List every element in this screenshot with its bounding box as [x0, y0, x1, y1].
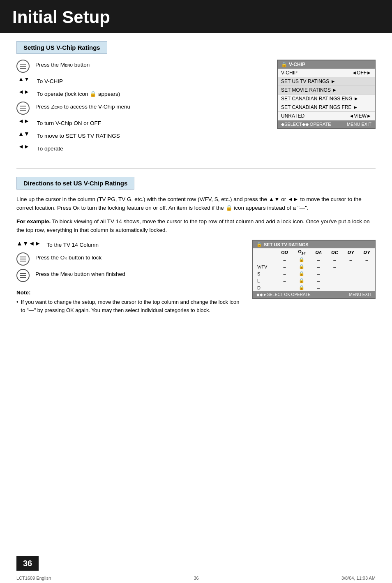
instr-row-7: ◄► To operate: [16, 143, 265, 153]
menu-item-canadian-fre-label: SET CANADIAN RATINGS FRE ►: [281, 104, 358, 110]
zero-button-icon: [16, 102, 30, 115]
instr-text-4: Press Zero to access the V-Chip menu: [35, 102, 130, 111]
menu-item-canadian-eng-label: SET CANADIAN RATINGS ENG ►: [281, 96, 359, 102]
col-header-empty: [253, 248, 276, 256]
cell-r5c1: [276, 284, 293, 291]
col-header-ωy: ΩY: [359, 248, 375, 256]
instr-row-2: ▲▼ To V-CHIP: [16, 76, 265, 86]
cell-r3c3: –: [311, 270, 327, 277]
cell-r1c2: 🔒: [293, 256, 311, 263]
menu-header-label: V-CHIP: [289, 62, 305, 67]
menu-footer: ◆SELECT◆◆ OPERATE MENU EXIT: [278, 120, 375, 128]
note-section: Note: If you want to change the setup, m…: [16, 289, 240, 314]
ratings-footer: ◆◆►SELECT OK OPERATE MENU EXIT: [253, 291, 375, 298]
section2-title: Directions to set US V-Chip Ratings: [16, 177, 134, 190]
menu-button-icon: [16, 60, 30, 73]
cell-r5c6: [359, 284, 375, 291]
page-header: Initial Setup: [0, 0, 392, 33]
section1-title: Setting US V-Chip Ratings: [16, 41, 107, 54]
footer-center: 36: [194, 576, 198, 581]
cell-r2c5: [343, 263, 359, 270]
ud-arrows-icon: ▲▼: [16, 76, 31, 82]
ok-button-icon: [16, 252, 30, 266]
ratings-row-d: D 🔒 –: [253, 284, 375, 291]
vchip-menu-box: 🔒 V-CHIP V-CHIP ◄OFF► SET US TV RATINGS …: [277, 60, 376, 156]
section2: Directions to set US V-Chip Ratings Line…: [16, 177, 376, 314]
page-title: Initial Setup: [12, 7, 380, 27]
cell-r5c3: –: [311, 284, 327, 291]
footer-right: 3/8/04, 11:03 AM: [341, 576, 376, 581]
b-instr-text-1: To the TV 14 Column: [46, 240, 99, 249]
tv-ratings-box: 🔒 SET US TV RATINGS ΩΩ Ω14 ΩΛ ΩC ΩY: [252, 240, 376, 299]
cell-r5c2: 🔒: [293, 284, 311, 291]
cell-r5c4: [327, 284, 343, 291]
cell-r4c6: [359, 277, 375, 284]
instr-row-3: ◄► To operate (lock icon 🔒 appears): [16, 89, 265, 98]
menu-item-movie: SET MOVIE RATINGS ►: [278, 86, 375, 95]
menu-footer-right: MENU EXIT: [347, 122, 371, 127]
menu-button-icon-2: [16, 269, 30, 282]
cell-r2c6: [359, 263, 375, 270]
menu-item-us-tv-label: SET US TV RATINGS ►: [281, 79, 336, 84]
lock-icon-ratings: 🔒: [256, 242, 262, 247]
cell-r4c2: 🔒: [293, 277, 311, 284]
col-header-ωg: ΩC: [327, 248, 343, 256]
menu-footer-left: ◆SELECT◆◆ OPERATE: [281, 122, 331, 127]
row-label-d: D: [253, 284, 276, 291]
col-header-ωω: ΩΩ: [276, 248, 293, 256]
instr-text-7: To operate: [37, 143, 63, 153]
cell-r4c4: [327, 277, 343, 284]
for-example-label: For example.: [16, 218, 51, 224]
lr-arrows-icon-3: ◄►: [16, 143, 31, 149]
footer-left: LCT1609 English: [16, 576, 51, 581]
ratings-row-s: S – 🔒 –: [253, 270, 375, 277]
page-number: 36: [16, 556, 39, 571]
ratings-row-blank: – 🔒 – – – –: [253, 256, 375, 263]
ud-arrows-icon-2: ▲▼: [16, 131, 31, 136]
lock-icon-header: 🔒: [281, 62, 287, 67]
cell-r3c2: 🔒: [293, 270, 311, 277]
cell-r1c1: –: [276, 256, 293, 263]
instr-text-1: Press the Menu button: [35, 60, 90, 69]
cell-r2c1: –: [276, 263, 293, 270]
cell-r1c5: –: [343, 256, 359, 263]
menu-item-vchip-label: V-CHIP: [281, 70, 297, 76]
col-header-ωpg: ΩΛ: [311, 248, 327, 256]
menu-item-canadian-eng: SET CANADIAN RATINGS ENG ►: [278, 95, 375, 103]
menu-item-vchip-value: ◄OFF►: [352, 70, 371, 76]
menu-item-unrated-value: ◄VIEW►: [349, 113, 371, 119]
section-divider: [16, 168, 376, 169]
lr-arrows-icon-1: ◄►: [16, 89, 31, 95]
row-label-l: L: [253, 277, 276, 284]
ratings-row-l: L – 🔒 –: [253, 277, 375, 284]
cell-r1c4: –: [327, 256, 343, 263]
section1: Setting US V-Chip Ratings Press the Menu…: [16, 41, 376, 156]
col-header-ω14: Ω14: [293, 248, 311, 256]
b-instr-row-2: Press the Ok button to lock: [16, 252, 240, 266]
cell-r1c6: –: [359, 256, 375, 263]
all-arrows-icon: ▲▼◄►: [16, 240, 41, 247]
row-label-s: S: [253, 270, 276, 277]
ratings-footer-left: ◆◆►SELECT OK OPERATE: [256, 292, 311, 297]
ratings-table: ΩΩ Ω14 ΩΛ ΩC ΩY ΩY –: [253, 248, 375, 291]
b-instr-text-3: Press the Menu button when finished: [35, 269, 125, 278]
cell-r4c1: –: [276, 277, 293, 284]
row-label-blank: [253, 256, 276, 263]
instr-row-1: Press the Menu button: [16, 60, 265, 73]
cell-r1c3: –: [311, 256, 327, 263]
instr-row-6: ▲▼ To move to SET US TV RATINGS: [16, 131, 265, 140]
directions-para1: Line up the cursor in the column (TV PG,…: [16, 195, 376, 213]
ratings-row-vfv: V/FV – 🔒 – –: [253, 263, 375, 270]
note-title: Note:: [16, 289, 240, 296]
directions-para2: For example. To block viewing of all TV …: [16, 217, 376, 235]
cell-r3c4: [327, 270, 343, 277]
cell-r2c3: –: [311, 263, 327, 270]
b-instr-row-3: Press the Menu button when finished: [16, 269, 240, 282]
b-instr-row-1: ▲▼◄► To the TV 14 Column: [16, 240, 240, 249]
menu-item-us-tv: SET US TV RATINGS ►: [278, 77, 375, 86]
ratings-box-header: 🔒 SET US TV RATINGS: [253, 241, 375, 248]
cell-r4c3: –: [311, 277, 327, 284]
instr-text-2: To V-CHIP: [37, 76, 63, 86]
col-header-ωy7: ΩY: [343, 248, 359, 256]
menu-item-unrated-label: UNRATED: [281, 113, 304, 119]
